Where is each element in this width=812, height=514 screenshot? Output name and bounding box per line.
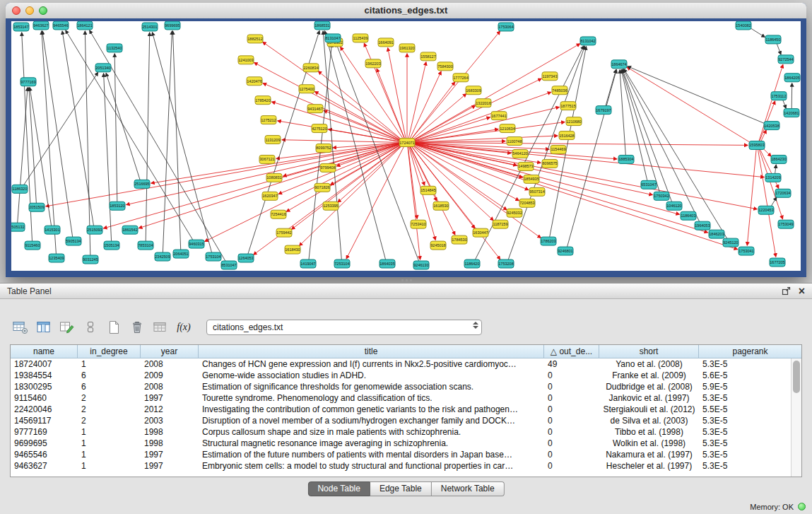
network-node[interactable]: 1420681 [784, 109, 799, 117]
network-node[interactable]: 1132540 [107, 44, 122, 52]
network-node[interactable]: 1080831 [266, 173, 282, 182]
network-node[interactable]: 1322016 [476, 99, 491, 107]
network-node[interactable]: 3067121 [259, 155, 275, 163]
network-node[interactable]: 7253104 [334, 259, 350, 268]
network-node[interactable]: 1264053 [238, 254, 254, 262]
network-node[interactable]: 9246801 [558, 247, 573, 255]
network-node[interactable]: 7253410 [411, 220, 426, 228]
table-row[interactable]: 1872400712008Changes of HCN gene express… [11, 358, 791, 370]
table-row[interactable]: 946554611997Estimation of the future num… [11, 449, 791, 460]
network-node[interactable]: 9699695 [165, 21, 180, 30]
network-node[interactable]: 1759442 [276, 228, 292, 237]
tab-node-table[interactable]: Node Table [307, 481, 370, 496]
window-titlebar[interactable]: citations_edges.txt [6, 3, 806, 19]
network-node[interactable]: 1498573 [518, 162, 534, 170]
network-node[interactable]: 2051340 [95, 64, 111, 72]
network-node[interactable]: 1186420 [464, 259, 480, 268]
network-node[interactable]: 1864230 [771, 155, 787, 163]
column-header-short[interactable]: short [599, 345, 699, 358]
network-node[interactable]: 7204853 [519, 199, 535, 207]
import-table-button[interactable] [151, 318, 170, 337]
network-node[interactable]: 1125439 [353, 34, 368, 42]
network-node[interactable]: 1753041 [739, 247, 754, 255]
network-node[interactable]: 1186403 [681, 211, 696, 220]
column-header-out_de[interactable]: △ out_de... [544, 345, 599, 358]
network-node[interactable]: 1964053 [695, 221, 710, 230]
column-header-title[interactable]: title [199, 345, 544, 358]
column-header-year[interactable]: year [141, 345, 199, 358]
network-node[interactable]: 1861542 [122, 226, 138, 234]
network-node[interactable]: 1100748 [507, 137, 522, 146]
network-node[interactable]: 1197343 [542, 72, 558, 81]
network-node[interactable]: 1253395 [323, 201, 339, 210]
network-node[interactable]: 9431467 [307, 105, 323, 113]
column-header-in_degree[interactable]: in_degree [78, 345, 141, 358]
network-node[interactable]: 1516428 [559, 132, 575, 140]
tab-edge-table[interactable]: Edge Table [370, 481, 432, 496]
network-node[interactable]: 8131047 [325, 34, 341, 42]
network-node[interactable]: 7485036 [552, 86, 567, 95]
close-window-button[interactable] [12, 6, 20, 15]
network-node[interactable]: 7584300 [437, 62, 453, 71]
table-scrollbar[interactable] [791, 358, 801, 477]
network-node[interactable]: 1618430 [285, 245, 300, 254]
network-node[interactable]: 2516695 [134, 180, 150, 188]
network-node[interactable]: 1854935 [524, 175, 539, 183]
network-node[interactable]: 1853120 [110, 201, 125, 210]
edit-column-button[interactable] [58, 318, 76, 337]
table-row[interactable]: 1938455462009Genome-wide association stu… [11, 370, 791, 381]
network-node[interactable]: 1558127 [420, 52, 436, 61]
network-node[interactable]: 5464120 [512, 149, 528, 158]
scrollbar-thumb[interactable] [793, 361, 800, 393]
table-row[interactable]: 977716911998Corpus callosum shape and si… [11, 426, 791, 438]
function-builder-button[interactable]: f(x) [175, 318, 193, 337]
network-node[interactable]: 1785420 [255, 96, 271, 105]
network-node[interactable]: 9031245 [83, 255, 98, 264]
network-node[interactable]: 1683309 [466, 86, 481, 95]
network-node[interactable]: 2514301 [142, 23, 158, 31]
network-node[interactable]: 1753112 [771, 92, 787, 100]
network-node[interactable]: 1877515 [560, 102, 576, 110]
network-node[interactable]: 7254416 [271, 210, 286, 218]
network-node[interactable]: 6531047 [641, 180, 657, 189]
network-node[interactable]: 2515093 [87, 226, 102, 234]
network-node[interactable]: 1220453 [758, 206, 774, 214]
network-node[interactable]: 9245120 [723, 238, 739, 247]
network-node[interactable]: 1777264 [453, 74, 469, 82]
network-node[interactable]: 1885304 [618, 155, 634, 163]
network-node[interactable]: 1420476 [247, 77, 262, 86]
network-node[interactable]: 1154469 [551, 146, 566, 154]
network-node[interactable]: 7853104 [138, 241, 153, 250]
network-node[interactable]: 9115460 [25, 241, 40, 250]
network-node[interactable]: 1724071 [399, 139, 415, 147]
network-node[interactable]: 9071826 [314, 183, 330, 192]
network-node[interactable]: 9799408 [320, 163, 336, 172]
zoom-window-button[interactable] [39, 6, 47, 15]
network-node[interactable]: 1720634 [775, 189, 791, 197]
splitter-handle[interactable] [394, 279, 418, 282]
network-node[interactable]: 1868531 [314, 21, 330, 30]
network-node[interactable]: 9465546 [53, 21, 69, 30]
network-node[interactable]: 1186450 [765, 35, 781, 44]
network-node[interactable]: 2064051 [173, 250, 189, 258]
network-node[interactable]: 8096575 [542, 159, 558, 168]
network-node[interactable]: 1046120 [666, 201, 682, 210]
network-node[interactable]: 1420538 [764, 122, 779, 130]
network-node[interactable]: 1753104 [206, 252, 221, 261]
network-node[interactable]: 1753064 [498, 23, 514, 31]
network-node[interactable]: 1864205 [784, 74, 800, 82]
network-node[interactable]: 1275212 [261, 116, 276, 124]
network-node[interactable]: 1210680 [566, 117, 582, 126]
network-node[interactable]: 9463627 [33, 21, 49, 30]
network-node[interactable]: 9507314 [529, 187, 545, 196]
network-node[interactable]: 9777169 [20, 78, 36, 86]
column-header-name[interactable]: name [11, 345, 78, 358]
network-node[interactable]: 9272544 [778, 55, 794, 64]
network-node[interactable]: 1961320 [399, 44, 415, 52]
table-row[interactable]: 946362711997Embryonic stem cells: a mode… [11, 460, 791, 472]
network-node[interactable]: 1664091 [378, 38, 394, 47]
network-node[interactable]: 2260834 [303, 64, 319, 72]
network-node[interactable]: 1618530 [433, 201, 449, 210]
network-node[interactable]: 2051509 [29, 203, 45, 211]
network-node[interactable]: 1882512 [247, 35, 263, 43]
